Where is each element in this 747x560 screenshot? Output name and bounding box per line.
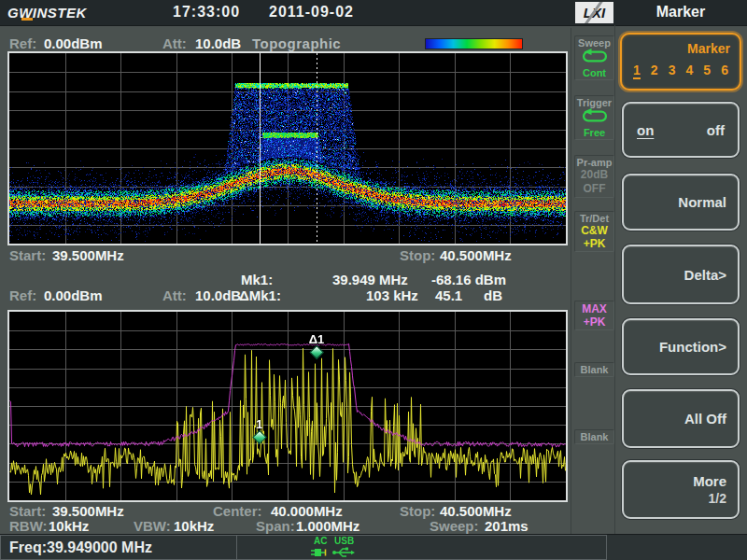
lxi-logo: LXI	[575, 2, 613, 23]
trace-detector-label: Tr/Det	[575, 213, 613, 224]
freq-readout-label: Freq:	[9, 539, 47, 555]
trace1-ref-value: 0.00dBm	[44, 35, 103, 51]
preamp-gain-value: 20dB	[575, 168, 613, 182]
center-value: 40.000MHz	[271, 503, 343, 519]
rbw-label: RBW:	[9, 518, 48, 534]
spectrum-canvas	[9, 312, 566, 500]
sweep-time-value: 201ms	[485, 518, 529, 534]
stop-value: 40.500MHz	[440, 503, 512, 519]
start-value: 39.500MHz	[52, 503, 124, 519]
usb-status-label: USB	[334, 536, 354, 546]
usb-icon	[331, 546, 356, 559]
trace1-detector-value: +PK	[575, 237, 613, 250]
mk1-label: Mk1:	[241, 272, 273, 287]
status-column: Sweep Cont Trigger Free Pr-amp 20dB OFF …	[571, 28, 615, 534]
trace1-ref-label: Ref:	[9, 35, 36, 51]
trace1-mode-value: C&W	[575, 224, 613, 237]
trace-detector-status: Tr/Det C&W +PK	[574, 211, 614, 252]
delta-mk1-freq: 103 kHz	[366, 287, 418, 303]
trigger-status-value: Free	[575, 127, 613, 138]
center-label: Center:	[213, 503, 262, 519]
freq-readout[interactable]: Freq:39.949000 MHz	[9, 539, 152, 556]
top-bar: GWINSTEK 17:33:00 2011-09-02 LXI Marker	[0, 0, 747, 26]
spectrum-analyzer-screen: GWINSTEK 17:33:00 2011-09-02 LXI Marker …	[0, 0, 747, 560]
display-mode-label: Topographic	[252, 35, 341, 51]
marker-onoff-button[interactable]: on off	[622, 102, 740, 158]
trace2-att-value: 10.0dB	[195, 287, 241, 303]
marker-number-4[interactable]: 4	[685, 63, 693, 79]
marker-on-option[interactable]: on	[637, 122, 654, 138]
softkey-sidebar: Marker 1 2 3 4 5 6 on off Normal Delta> …	[614, 25, 747, 534]
stop-label: Stop:	[400, 503, 435, 519]
brand-logo: GWINSTEK	[7, 5, 87, 21]
trace1-att-value: 10.0dB	[195, 35, 241, 51]
marker-number-row: 1 2 3 4 5 6	[631, 63, 730, 79]
alloff-button-label: All Off	[684, 411, 726, 427]
delta-button-label: Delta>	[684, 267, 726, 283]
sweep-time-label: Sweep:	[430, 518, 479, 534]
trigger-status-label: Trigger	[575, 97, 613, 108]
rbw-value: 10kHz	[49, 518, 89, 534]
preamp-status-label: Pr-amp	[575, 157, 613, 168]
trace2-mode-value: MAX	[575, 302, 613, 315]
more-page-indicator: 1/2	[709, 491, 726, 506]
trace1-att-label: Att:	[162, 35, 187, 51]
marker-number-1[interactable]: 1	[633, 63, 641, 79]
vbw-label: VBW:	[134, 518, 171, 534]
clock-date: 2011-09-02	[269, 4, 354, 21]
topographic-chart	[7, 51, 568, 245]
ac-power-label: AC	[314, 536, 327, 546]
status-bar-divider	[236, 535, 237, 560]
normal-button-label: Normal	[678, 194, 726, 210]
marker-number-5[interactable]: 5	[703, 63, 711, 79]
sweep-status-value: Cont	[575, 67, 613, 78]
marker-number-2[interactable]: 2	[651, 63, 658, 79]
marker-number-3[interactable]: 3	[669, 63, 676, 79]
span-label: Span:	[256, 518, 295, 534]
trace2-att-label: Att:	[162, 287, 187, 303]
trace3-status: Blank	[574, 362, 614, 377]
freq-readout-value: 39.949000 MHz	[47, 539, 152, 555]
more-button-label: More	[693, 473, 726, 489]
brand-accent	[21, 18, 33, 21]
marker-function-button[interactable]: Function>	[622, 318, 740, 375]
start-label: Start:	[9, 503, 46, 519]
trace2-detector-value: +PK	[575, 315, 613, 329]
marker-select-button[interactable]: Marker 1 2 3 4 5 6	[620, 33, 741, 91]
trace2-ref-value: 0.00dBm	[44, 287, 103, 303]
amplitude-colorbar	[425, 38, 523, 49]
preamp-status: Pr-amp 20dB OFF	[574, 155, 614, 198]
function-button-label: Function>	[659, 339, 726, 355]
trace4-status: Blank	[574, 429, 614, 444]
trace2-ref-label: Ref:	[9, 287, 36, 303]
marker-number-6[interactable]: 6	[721, 63, 728, 79]
delta-mk1-label: ΔMk1:	[239, 287, 281, 303]
marker-alloff-button[interactable]: All Off	[622, 389, 740, 448]
trace2-status: MAX +PK	[574, 301, 614, 330]
delta-mk1-unit: dB	[484, 287, 502, 303]
more-button[interactable]: More 1/2	[622, 460, 740, 519]
trigger-status: Trigger Free	[574, 95, 614, 140]
vbw-value: 10kHz	[174, 518, 214, 534]
bottom-status-bar: Freq:39.949000 MHz AC USB	[0, 534, 747, 560]
topographic-canvas	[9, 53, 566, 244]
marker-delta-button[interactable]: Delta>	[622, 245, 740, 304]
trace1-start-label: Start:	[9, 247, 46, 263]
trigger-loop-icon	[581, 108, 609, 123]
trace4-blank-label: Blank	[575, 431, 613, 442]
trace1-start-value: 39.500MHz	[52, 247, 124, 263]
sweep-loop-icon	[581, 49, 609, 63]
marker-normal-button[interactable]: Normal	[622, 174, 740, 231]
spectrum-chart: 1 Δ1	[7, 310, 568, 502]
menu-title: Marker	[614, 4, 747, 21]
delta-mk1-value: 45.1	[435, 287, 462, 303]
trace1-stop-label: Stop:	[400, 247, 435, 263]
ac-plug-icon	[310, 546, 331, 559]
trace1-stop-value: 40.500MHz	[440, 247, 512, 263]
sweep-status-label: Sweep	[575, 37, 613, 49]
trace3-blank-label: Blank	[575, 364, 613, 375]
marker-off-option[interactable]: off	[707, 122, 725, 138]
mk1-freq: 39.949 MHz	[332, 272, 408, 287]
marker-select-label: Marker	[631, 41, 730, 56]
span-value: 1.000MHz	[296, 518, 359, 534]
